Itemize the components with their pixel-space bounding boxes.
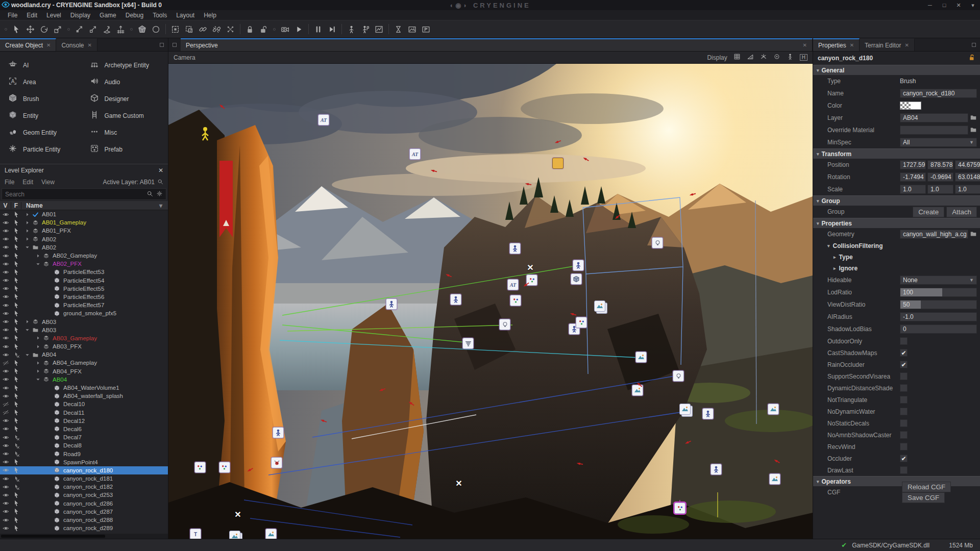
selectable-cursor-icon[interactable] <box>11 425 21 432</box>
tree-row[interactable]: ParticleEffect53 <box>0 268 168 276</box>
visibility-eye-icon[interactable] <box>0 244 11 251</box>
expand-down-icon[interactable] <box>23 327 31 333</box>
visibility-eye-icon[interactable] <box>0 302 11 309</box>
toolbar-camera-icon[interactable] <box>278 22 292 36</box>
tree-row[interactable]: AB01_PFX <box>0 227 168 235</box>
wind-marker[interactable] <box>462 338 474 349</box>
selectable-cursor-icon[interactable] <box>11 228 21 234</box>
environment-probe-marker[interactable] <box>635 352 647 363</box>
checkbox-checked[interactable]: ✔ <box>900 455 908 462</box>
toolbar-pause-icon[interactable] <box>311 22 325 36</box>
selectable-cursor-icon[interactable] <box>11 335 21 341</box>
tree-row[interactable]: SpawnPoint4 <box>0 458 168 466</box>
display-gizmo-icon[interactable] <box>760 53 767 62</box>
visibility-eye-icon[interactable] <box>0 310 11 317</box>
tree-row[interactable]: canyon_rock_d288 <box>0 516 168 524</box>
expand-right-icon[interactable] <box>34 360 42 366</box>
create-item-designer[interactable]: Designer <box>87 90 168 107</box>
spawnpoint-marker[interactable] <box>509 243 521 254</box>
selectable-cursor-icon[interactable] <box>11 302 21 309</box>
light-marker[interactable] <box>652 237 663 248</box>
visibility-eye-icon[interactable] <box>0 376 11 383</box>
reload-cgf-button[interactable]: Reload CGF <box>902 482 951 492</box>
selectable-cursor-icon[interactable] <box>11 318 21 325</box>
tab-console[interactable]: Console✕ <box>56 38 97 51</box>
vector-input[interactable]: 1.0 <box>927 185 953 194</box>
toolbar-rotate-icon[interactable] <box>37 22 51 36</box>
tree-row[interactable]: ParticleEffect57 <box>0 301 168 309</box>
toolbar-person2-icon[interactable] <box>358 22 372 36</box>
toolbar-cursor-icon[interactable] <box>10 22 23 36</box>
visibility-eye-icon[interactable] <box>0 393 11 399</box>
selectable-cursor-icon[interactable] <box>11 310 21 317</box>
selectable-cursor-icon[interactable] <box>11 236 21 242</box>
selectable-cursor-icon[interactable] <box>11 285 21 292</box>
close-button[interactable]: ✕ <box>951 0 966 10</box>
create-button[interactable]: Create <box>913 207 944 217</box>
tab-close-icon[interactable]: ✕ <box>904 42 909 48</box>
menu-game[interactable]: Game <box>95 12 121 19</box>
visibility-eye-icon[interactable] <box>0 417 11 424</box>
frozen-icon[interactable] <box>11 475 21 482</box>
visibility-eye-icon[interactable] <box>0 318 11 325</box>
create-item-brush[interactable]: Brush <box>5 90 87 107</box>
color-swatch[interactable] <box>900 102 921 110</box>
light-marker[interactable] <box>499 319 510 330</box>
folder-browse-icon[interactable] <box>970 126 977 135</box>
undock-icon[interactable] <box>160 43 164 47</box>
create-item-area[interactable]: AArea <box>5 73 87 90</box>
section-header-group[interactable]: ▾Group <box>813 195 980 206</box>
search-icon[interactable] <box>157 179 163 186</box>
selectable-cursor-icon[interactable] <box>11 368 21 374</box>
menu-help[interactable]: Help <box>199 12 221 19</box>
visibility-eye-icon[interactable] <box>0 434 11 441</box>
tree-row[interactable]: AB02_Gameplay <box>0 252 168 260</box>
tree-row[interactable]: canyon_rock_d253 <box>0 491 168 499</box>
selectable-cursor-icon[interactable] <box>11 219 21 226</box>
vector-input[interactable]: 1727.59 <box>900 160 926 169</box>
prop-subheader[interactable]: ▸Ignore <box>834 265 857 272</box>
display-grid-icon[interactable] <box>733 53 741 62</box>
menu-level[interactable]: Level <box>42 12 66 19</box>
toolbar-unlock-icon[interactable] <box>257 22 271 36</box>
checkbox-unchecked[interactable] <box>900 431 908 439</box>
checkbox-unchecked[interactable] <box>900 337 908 345</box>
particle-marker[interactable] <box>674 503 685 514</box>
selectable-cursor-icon[interactable] <box>11 253 21 259</box>
column-name[interactable]: Name <box>24 202 43 209</box>
menu-debug[interactable]: Debug <box>121 12 148 19</box>
visibility-eye-icon[interactable] <box>0 467 11 473</box>
visibility-eye-icon[interactable] <box>0 219 11 226</box>
prop-subheader[interactable]: ▸Type <box>834 254 853 261</box>
ai-territory-marker[interactable]: AT <box>507 279 519 290</box>
vector-input[interactable]: -0.9694 <box>927 172 953 182</box>
tree-row[interactable]: canyon_rock_d286 <box>0 499 168 508</box>
unlock-icon[interactable] <box>968 54 975 63</box>
toolbar-move-icon[interactable] <box>23 22 37 36</box>
toolbar-snap-face-icon[interactable] <box>100 22 114 36</box>
selectable-cursor-icon[interactable] <box>11 277 21 284</box>
viewport-dock-icon[interactable] <box>173 43 177 47</box>
prop-slider[interactable]: 50 <box>900 300 977 309</box>
environment-probe-group-marker[interactable] <box>679 404 691 415</box>
expand-right-icon[interactable] <box>34 253 42 259</box>
tree-row[interactable]: canyon_rock_d180 <box>0 466 168 474</box>
tab-close-icon[interactable]: ✕ <box>46 42 51 48</box>
visibility-eye-icon[interactable] <box>0 293 11 300</box>
visibility-eye-icon[interactable] <box>0 228 11 234</box>
checkbox-unchecked[interactable] <box>900 419 908 427</box>
create-item-particle-entity[interactable]: Particle Entity <box>5 141 87 158</box>
checkbox-unchecked[interactable] <box>900 408 908 415</box>
expand-down-icon[interactable] <box>34 261 42 267</box>
vector-input[interactable]: 878.578 <box>927 160 953 169</box>
tree-hscrollbar-thumb[interactable] <box>1 535 105 538</box>
toolbar-prism-icon[interactable] <box>135 22 149 36</box>
tree-row[interactable]: AB02 <box>0 235 168 243</box>
column-frozen[interactable]: F <box>11 202 21 209</box>
selectable-cursor-icon[interactable] <box>11 211 21 218</box>
gear-icon[interactable] <box>156 190 163 198</box>
toolbar-snap-vertex-icon[interactable] <box>72 22 86 36</box>
prop-subheader[interactable]: ▾CollisionFiltering <box>827 242 883 249</box>
spawnpoint-marker[interactable] <box>573 260 584 271</box>
visibility-eye-icon[interactable] <box>0 352 11 358</box>
